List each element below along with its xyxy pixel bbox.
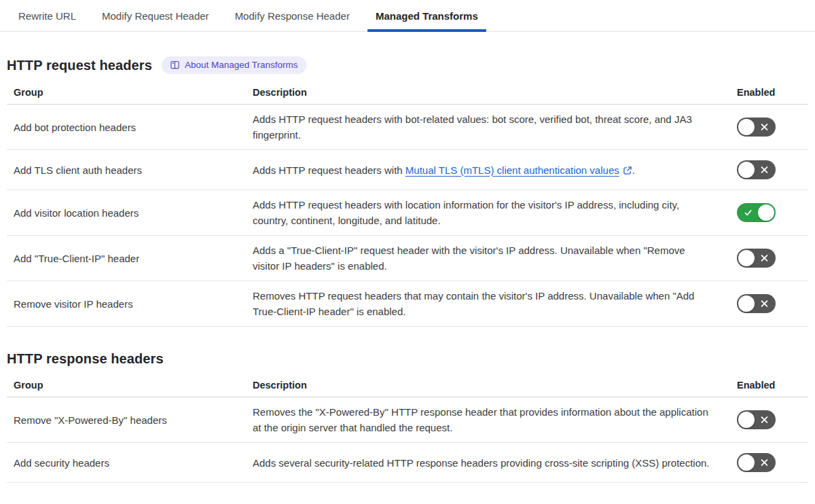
toggle-knob: [738, 295, 755, 312]
table-row: Remove visitor IP headersRemoves HTTP re…: [7, 281, 808, 327]
toggle-off[interactable]: [737, 160, 776, 179]
enabled-cell: [730, 443, 808, 483]
table-header-row: Group Description Enabled: [7, 81, 808, 105]
table-row: Add bot protection headersAdds HTTP requ…: [7, 105, 808, 150]
table-row: Add security headersAdds several securit…: [7, 443, 808, 483]
request-headers-table: Group Description Enabled Add bot protec…: [7, 81, 808, 327]
x-icon: [760, 458, 769, 467]
description-cell: Removes the "X-Powered-By" HTTP response…: [253, 397, 730, 443]
x-icon: [760, 416, 769, 425]
enabled-cell: [730, 236, 808, 281]
x-icon: [760, 166, 769, 175]
book-icon: [170, 60, 180, 70]
toggle-on[interactable]: [737, 203, 776, 222]
table-row: Add visitor location headersAdds HTTP re…: [7, 190, 808, 236]
x-icon: [760, 300, 769, 308]
toggle-off[interactable]: [737, 410, 776, 429]
toggle-off[interactable]: [737, 453, 776, 472]
description-cell: Adds HTTP request headers with Mutual TL…: [253, 150, 730, 190]
toggle-off[interactable]: [737, 118, 776, 137]
response-section-header: HTTP response headers: [7, 351, 808, 367]
group-cell: Add TLS client auth headers: [7, 150, 253, 190]
enabled-cell: [730, 190, 808, 236]
enabled-cell: [730, 150, 808, 190]
tab-managed-transforms[interactable]: Managed Transforms: [367, 0, 486, 31]
response-headers-table: Group Description Enabled Remove "X-Powe…: [7, 374, 808, 483]
description-cell: Adds HTTP request headers with location …: [253, 190, 730, 236]
badge-label: About Managed Transforms: [185, 60, 298, 70]
column-header-group: Group: [7, 81, 253, 105]
about-managed-transforms-badge[interactable]: About Managed Transforms: [162, 56, 306, 74]
response-headers-rows: Remove "X-Powered-By" headersRemoves the…: [7, 397, 808, 483]
group-cell: Remove visitor IP headers: [7, 281, 253, 327]
toggle-knob: [758, 204, 774, 221]
table-header-row: Group Description Enabled: [7, 374, 808, 397]
enabled-cell: [730, 281, 808, 327]
check-icon: [744, 209, 753, 217]
toggle-knob: [738, 412, 755, 428]
group-cell: Add visitor location headers: [7, 190, 253, 236]
request-section-header: HTTP request headers About Managed Trans…: [7, 56, 808, 74]
toggle-off[interactable]: [737, 294, 776, 313]
table-row: Add "True-Client-IP" headerAdds a "True-…: [7, 236, 808, 281]
toggle-knob: [738, 162, 755, 178]
tab-rewrite-url[interactable]: Rewrite URL: [10, 0, 84, 31]
group-cell: Remove "X-Powered-By" headers: [7, 397, 253, 443]
tab-modify-response-header[interactable]: Modify Response Header: [227, 0, 358, 31]
column-header-description: Description: [253, 374, 730, 397]
tab-bar: Rewrite URL Modify Request Header Modify…: [0, 0, 815, 32]
request-headers-rows: Add bot protection headersAdds HTTP requ…: [7, 105, 808, 327]
group-cell: Add "True-Client-IP" header: [7, 236, 253, 281]
tab-modify-request-header[interactable]: Modify Request Header: [94, 0, 217, 31]
description-cell: Adds several security-related HTTP respo…: [253, 443, 730, 483]
group-cell: Add bot protection headers: [7, 105, 253, 150]
x-icon: [760, 123, 769, 132]
description-cell: Adds a "True-Client-IP" request header w…: [253, 236, 730, 281]
description-cell: Adds HTTP request headers with bot-relat…: [253, 105, 730, 150]
enabled-cell: [730, 397, 808, 443]
column-header-enabled: Enabled: [730, 374, 808, 397]
enabled-cell: [730, 105, 808, 150]
toggle-off[interactable]: [737, 249, 776, 268]
toggle-knob: [738, 119, 755, 135]
request-section-title: HTTP request headers: [7, 58, 152, 73]
group-cell: Add security headers: [7, 443, 253, 483]
table-row: Remove "X-Powered-By" headersRemoves the…: [7, 397, 808, 443]
x-icon: [760, 254, 769, 263]
mtls-docs-link[interactable]: Mutual TLS (mTLS) client authentication …: [405, 164, 632, 176]
toggle-knob: [738, 250, 755, 266]
description-text: Adds HTTP request headers with: [253, 164, 405, 176]
toggle-knob: [738, 454, 755, 471]
column-header-description: Description: [253, 81, 730, 105]
response-section-title: HTTP response headers: [7, 351, 164, 367]
column-header-group: Group: [7, 374, 253, 397]
description-cell: Removes HTTP request headers that may co…: [253, 281, 730, 327]
description-text: .: [632, 164, 635, 176]
table-row: Add TLS client auth headersAdds HTTP req…: [7, 150, 808, 190]
column-header-enabled: Enabled: [730, 81, 808, 105]
external-link-icon: [619, 164, 632, 176]
